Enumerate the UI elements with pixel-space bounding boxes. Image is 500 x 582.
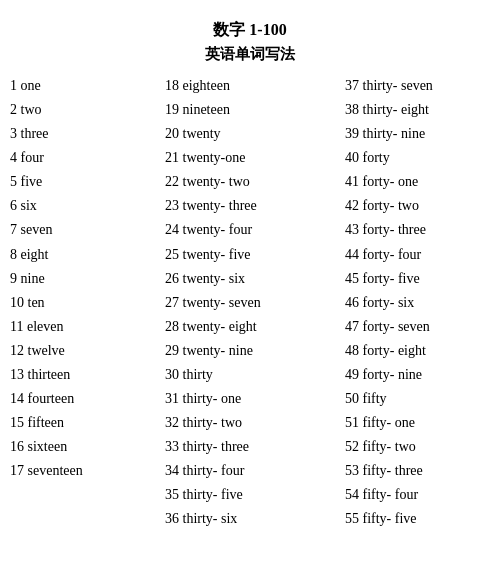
list-item: 1 one <box>10 74 165 98</box>
list-item: 41 forty- one <box>345 170 500 194</box>
list-item: 30 thirty <box>165 363 345 387</box>
list-item: 19 nineteen <box>165 98 345 122</box>
column-1: 1 one2 two3 three4 four5 five6 six7 seve… <box>10 74 165 531</box>
title-section: 数字 1-100 英语单词写法 <box>10 20 490 64</box>
list-item: 51 fifty- one <box>345 411 500 435</box>
list-item: 54 fifty- four <box>345 483 500 507</box>
list-item: 7 seven <box>10 218 165 242</box>
list-item: 8 eight <box>10 243 165 267</box>
list-item: 26 twenty- six <box>165 267 345 291</box>
list-item: 55 fifty- five <box>345 507 500 531</box>
list-item: 34 thirty- four <box>165 459 345 483</box>
list-item: 43 forty- three <box>345 218 500 242</box>
list-item: 32 thirty- two <box>165 411 345 435</box>
list-item: 50 fifty <box>345 387 500 411</box>
list-item: 9 nine <box>10 267 165 291</box>
list-item: 35 thirty- five <box>165 483 345 507</box>
list-item: 5 five <box>10 170 165 194</box>
list-item: 14 fourteen <box>10 387 165 411</box>
list-item: 20 twenty <box>165 122 345 146</box>
list-item: 38 thirty- eight <box>345 98 500 122</box>
list-item: 11 eleven <box>10 315 165 339</box>
list-item: 22 twenty- two <box>165 170 345 194</box>
list-item: 44 forty- four <box>345 243 500 267</box>
list-item: 24 twenty- four <box>165 218 345 242</box>
main-title: 数字 1-100 <box>10 20 490 41</box>
list-item: 45 forty- five <box>345 267 500 291</box>
list-item: 47 forty- seven <box>345 315 500 339</box>
list-item: 17 seventeen <box>10 459 165 483</box>
list-item: 21 twenty-one <box>165 146 345 170</box>
list-item: 48 forty- eight <box>345 339 500 363</box>
column-2: 18 eighteen19 nineteen20 twenty21 twenty… <box>165 74 345 531</box>
list-item: 27 twenty- seven <box>165 291 345 315</box>
list-item: 52 fifty- two <box>345 435 500 459</box>
list-item: 6 six <box>10 194 165 218</box>
list-item: 15 fifteen <box>10 411 165 435</box>
list-item: 53 fifty- three <box>345 459 500 483</box>
list-item: 16 sixteen <box>10 435 165 459</box>
list-item: 31 thirty- one <box>165 387 345 411</box>
list-item: 42 forty- two <box>345 194 500 218</box>
column-3: 37 thirty- seven38 thirty- eight39 thirt… <box>345 74 500 531</box>
list-item: 46 forty- six <box>345 291 500 315</box>
list-item: 12 twelve <box>10 339 165 363</box>
list-item: 37 thirty- seven <box>345 74 500 98</box>
list-item: 39 thirty- nine <box>345 122 500 146</box>
list-item: 23 twenty- three <box>165 194 345 218</box>
sub-title: 英语单词写法 <box>10 45 490 64</box>
list-item: 36 thirty- six <box>165 507 345 531</box>
list-item: 10 ten <box>10 291 165 315</box>
list-item: 4 four <box>10 146 165 170</box>
list-item: 33 thirty- three <box>165 435 345 459</box>
list-item: 2 two <box>10 98 165 122</box>
list-item: 18 eighteen <box>165 74 345 98</box>
list-item: 49 forty- nine <box>345 363 500 387</box>
list-item: 40 forty <box>345 146 500 170</box>
list-item: 29 twenty- nine <box>165 339 345 363</box>
list-item: 3 three <box>10 122 165 146</box>
page: 数字 1-100 英语单词写法 1 one2 two3 three4 four5… <box>0 0 500 551</box>
list-item: 13 thirteen <box>10 363 165 387</box>
list-item: 28 twenty- eight <box>165 315 345 339</box>
list-item: 25 twenty- five <box>165 243 345 267</box>
content-area: 1 one2 two3 three4 four5 five6 six7 seve… <box>10 74 490 531</box>
